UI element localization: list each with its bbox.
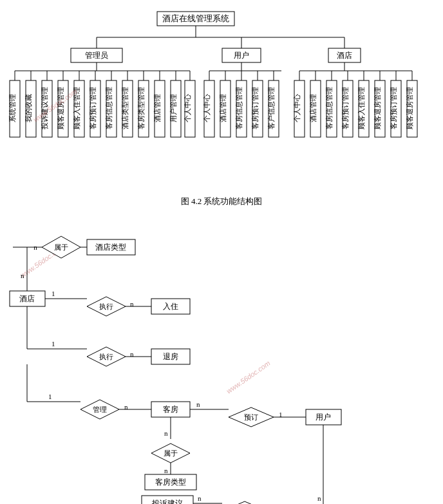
n-label-down-1: n (21, 272, 24, 279)
admin-leaf-7: 客房信息管理 (105, 87, 113, 129)
user-leaf-1: 个人中心 (203, 94, 211, 122)
hotel-type-node: 酒店类型 (95, 243, 126, 252)
user-leaf-3: 客房信息管理 (235, 87, 243, 129)
root-label: 酒店在线管理系统 (162, 14, 229, 23)
checkin-node: 入住 (163, 302, 178, 311)
hotel-leaf-6: 顾客退房管理 (373, 87, 381, 129)
structure-svg: 酒店在线管理系统 管理员 用户 酒店 (3, 6, 440, 193)
manage-label: 管理 (93, 406, 107, 413)
one-label-2: 1 (52, 340, 55, 348)
hotel-leaf-4: 客房预订管理 (341, 87, 349, 129)
one-label-3: 1 (48, 393, 52, 400)
admin-leaf-2: 我的收藏 (24, 94, 32, 122)
n-label-9: n (317, 494, 321, 502)
checkout-node: 退房 (163, 352, 178, 361)
admin-leaf-1: 系统管理 (8, 94, 16, 122)
n-label-7: n (164, 467, 168, 474)
room-type-node: 客房类型 (155, 478, 186, 487)
user-node: 用户 (316, 413, 331, 422)
n-label-8: n (198, 494, 202, 502)
execute-2-label: 执行 (99, 353, 113, 360)
n-label-5: n (196, 400, 200, 408)
admin-label: 管理员 (85, 51, 108, 60)
watermark-1: www.56doc.com (32, 88, 78, 124)
message-diamond (222, 501, 267, 504)
hotel-leaf-3: 客房信息管理 (325, 87, 333, 129)
admin-leaf-8: 酒店类型管理 (121, 87, 129, 129)
n-label-6: n (164, 429, 168, 437)
hotel-leaf-1: 个人中心 (293, 94, 301, 122)
complaint-node: 投诉建议 (151, 499, 183, 504)
admin-leaf-12: 个人中心 (184, 94, 191, 122)
hotel-leaf-2: 酒店管理 (309, 94, 317, 122)
diagram1-caption: 图 4.2 系统功能结构图 (3, 196, 440, 207)
hotel-leaf-5: 顾客入住管理 (357, 87, 365, 129)
one-label-1: 1 (52, 290, 55, 297)
user-label: 用户 (234, 51, 249, 60)
user-leaf-2: 酒店管理 (219, 94, 227, 122)
admin-leaf-6: 客房预订管理 (89, 87, 97, 129)
execute-1-label: 执行 (99, 303, 113, 310)
belong-to-2-label: 属于 (164, 449, 178, 457)
admin-leaf-11: 用户管理 (169, 94, 177, 122)
hotel-label: 酒店 (337, 51, 352, 60)
hotel-leaf-7: 客房预订管理 (390, 87, 397, 129)
page: 酒店在线管理系统 管理员 用户 酒店 (0, 0, 443, 504)
watermark-3: www.56doc.com (225, 359, 271, 395)
belong-to-1-label: 属于 (54, 243, 68, 251)
diagram2: www.56doc.com www.56doc.com 属于 n 酒店类型 酒店… (3, 214, 440, 504)
room-node: 客房 (163, 405, 178, 414)
admin-leaf-10: 酒店管理 (153, 94, 161, 122)
hotel-leaf-8: 顾客退房管理 (406, 87, 413, 129)
er-svg: www.56doc.com www.56doc.com 属于 n 酒店类型 酒店… (3, 214, 440, 504)
diagram1: 酒店在线管理系统 管理员 用户 酒店 (3, 6, 440, 207)
user-leaf-5: 客户信息管理 (267, 87, 275, 129)
admin-leaf-9: 客房类型管理 (137, 87, 145, 129)
reserve-label: 预订 (244, 413, 258, 421)
user-leaf-4: 客房预订管理 (251, 87, 259, 129)
hotel-node: 酒店 (19, 294, 35, 303)
